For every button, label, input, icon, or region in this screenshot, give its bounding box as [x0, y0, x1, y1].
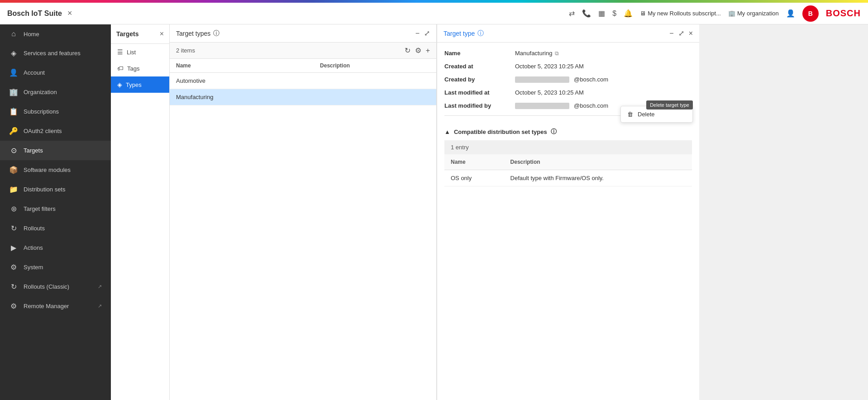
subscription-label: My new Rollouts subscript...	[648, 10, 721, 17]
sidebar-item-distribution[interactable]: 📁 Distribution sets	[0, 180, 111, 199]
targets-nav-tags-label: Tags	[127, 65, 139, 72]
sidebar-item-subscriptions[interactable]: 📋 Subscriptions	[0, 102, 111, 121]
target-types-header: Target types ⓘ − ⤢	[170, 24, 436, 43]
targets-nav-types[interactable]: ◈ Types	[111, 76, 169, 93]
sidebar-item-services[interactable]: ◈ Services and features	[0, 43, 111, 63]
external-link-icon: ↗	[98, 303, 102, 309]
detail-created-at-row: Created at October 5, 2023 10:25 AM	[444, 63, 692, 70]
sidebar-item-software[interactable]: 📦 Software modules	[0, 160, 111, 180]
target-types-count: 2 items	[176, 47, 195, 54]
detail-last-modified-by-label: Last modified by	[444, 102, 508, 109]
targets-nav-list[interactable]: ☰ List	[111, 44, 169, 60]
sidebar: ⌂ Home ◈ Services and features 👤 Account…	[0, 24, 111, 400]
content-area: Targets × ☰ List 🏷 Tags ◈ Types	[111, 24, 868, 400]
targets-nav-tags[interactable]: 🏷 Tags	[111, 60, 169, 76]
target-filters-icon: ⊛	[9, 205, 18, 213]
sidebar-item-account[interactable]: 👤 Account	[0, 63, 111, 82]
settings-button[interactable]: ⚙	[415, 46, 421, 55]
compat-header[interactable]: ▲ Compatible distribution set types ⓘ	[444, 123, 692, 140]
sidebar-item-label: Services and features	[24, 50, 102, 57]
sidebar-item-home[interactable]: ⌂ Home	[0, 24, 111, 43]
sidebar-item-organization[interactable]: 🏢 Organization	[0, 82, 111, 102]
sidebar-item-label: Actions	[24, 244, 102, 251]
target-types-table: Name Description Automotive Manufacturin…	[170, 59, 436, 105]
detail-created-by-row: Created by @bosch.com	[444, 76, 692, 83]
table-row[interactable]: Manufacturing	[170, 89, 436, 105]
row-description	[314, 89, 436, 105]
bell-icon[interactable]: 🔔	[624, 9, 633, 18]
compat-count: 1 entry	[451, 144, 469, 151]
detail-created-at-value: October 5, 2023 10:25 AM	[515, 63, 584, 70]
oauth2-icon: 🔑	[9, 127, 18, 135]
sidebar-item-target-filters[interactable]: ⊛ Target filters	[0, 199, 111, 219]
target-types-panel: Target types ⓘ − ⤢ 2 items ↻ ⚙ +	[170, 24, 437, 400]
compat-row[interactable]: OS only Default type with Firmware/OS on…	[444, 170, 692, 186]
tags-icon: 🏷	[117, 65, 124, 72]
phone-icon[interactable]: 📞	[582, 9, 591, 18]
sidebar-item-label: Subscriptions	[24, 108, 102, 115]
created-by-suffix: @bosch.com	[574, 76, 608, 83]
table-row[interactable]: Automotive	[170, 73, 436, 89]
user-icon[interactable]: 👤	[786, 9, 795, 18]
sidebar-item-label: System	[24, 264, 102, 271]
org-info[interactable]: 🏢 My organization	[728, 10, 779, 17]
last-modified-by-blurred	[515, 103, 569, 109]
sidebar-item-actions[interactable]: ▶ Actions	[0, 238, 111, 257]
compat-col-name: Name	[444, 154, 504, 170]
sidebar-item-oauth2[interactable]: 🔑 OAuth2 clients	[0, 121, 111, 141]
dollar-icon[interactable]: $	[612, 10, 616, 18]
types-icon: ◈	[117, 81, 122, 88]
bosch-avatar-letter: B	[808, 10, 813, 17]
detail-name-label: Name	[444, 50, 508, 57]
compat-section: ▲ Compatible distribution set types ⓘ 1 …	[444, 123, 692, 186]
sidebar-item-remote-manager[interactable]: ⚙ Remote Manager ↗	[0, 296, 111, 316]
target-types-expand-button[interactable]: ⤢	[424, 29, 430, 38]
detail-name-text: Manufacturing	[515, 50, 552, 57]
share-icon[interactable]: ⇄	[569, 9, 575, 18]
target-types-items-bar: 2 items ↻ ⚙ +	[170, 43, 436, 59]
target-types-title: Target types ⓘ	[176, 29, 219, 38]
target-types-minimize-button[interactable]: −	[415, 29, 420, 38]
system-icon: ⚙	[9, 263, 18, 271]
detail-created-by-label: Created by	[444, 76, 508, 83]
detail-minimize-button[interactable]: −	[669, 29, 673, 38]
software-icon: 📦	[9, 166, 18, 174]
sidebar-item-targets[interactable]: ⊙ Targets	[0, 141, 111, 160]
target-type-info-icon: ⓘ	[477, 29, 484, 38]
add-button[interactable]: +	[426, 47, 430, 55]
sidebar-item-rollouts-classic[interactable]: ↻ Rollouts (Classic) ↗	[0, 277, 111, 296]
last-modified-by-suffix: @bosch.com	[574, 102, 608, 109]
copy-icon[interactable]: ⧉	[555, 50, 559, 57]
tooltip-text: Delete target type	[650, 102, 689, 108]
sidebar-item-label: Rollouts (Classic)	[24, 283, 92, 290]
targets-panel-close-button[interactable]: ×	[160, 30, 164, 38]
subscription-icon: 🖥	[640, 10, 646, 17]
app-close-button[interactable]: ×	[67, 9, 72, 18]
columns-icon[interactable]: ▦	[598, 9, 605, 18]
row-name: Manufacturing	[170, 89, 314, 105]
sidebar-item-label: Software modules	[24, 167, 102, 173]
services-icon: ◈	[9, 49, 18, 57]
refresh-button[interactable]: ↻	[405, 46, 410, 55]
sidebar-item-rollouts[interactable]: ↻ Rollouts	[0, 219, 111, 238]
detail-expand-button[interactable]: ⤢	[678, 29, 684, 38]
compat-info-icon: ⓘ	[551, 128, 557, 136]
org-icon: 🏢	[728, 10, 735, 17]
account-icon: 👤	[9, 68, 18, 77]
sidebar-item-label: Rollouts	[24, 225, 102, 232]
delete-label: Delete	[638, 111, 655, 118]
sidebar-item-label: Target filters	[24, 205, 102, 212]
compat-row-name: OS only	[444, 170, 504, 186]
subscription-info[interactable]: 🖥 My new Rollouts subscript...	[640, 10, 721, 17]
target-types-items-actions: ↻ ⚙ +	[405, 46, 430, 55]
sidebar-item-label: Organization	[24, 89, 102, 95]
sidebar-item-system[interactable]: ⚙ System	[0, 257, 111, 277]
detail-last-modified-by-value: @bosch.com	[515, 102, 608, 109]
targets-panel: Targets × ☰ List 🏷 Tags ◈ Types	[111, 24, 170, 400]
header-right: ⇄ 📞 ▦ $ 🔔 🖥 My new Rollouts subscript...…	[569, 5, 861, 22]
detail-last-modified-at-value: October 5, 2023 10:25 AM	[515, 89, 584, 96]
detail-close-button[interactable]: ×	[689, 29, 693, 38]
bosch-avatar: B	[802, 5, 819, 22]
target-type-title-text: Target type	[444, 30, 475, 37]
app-title: Bosch IoT Suite	[7, 10, 62, 18]
